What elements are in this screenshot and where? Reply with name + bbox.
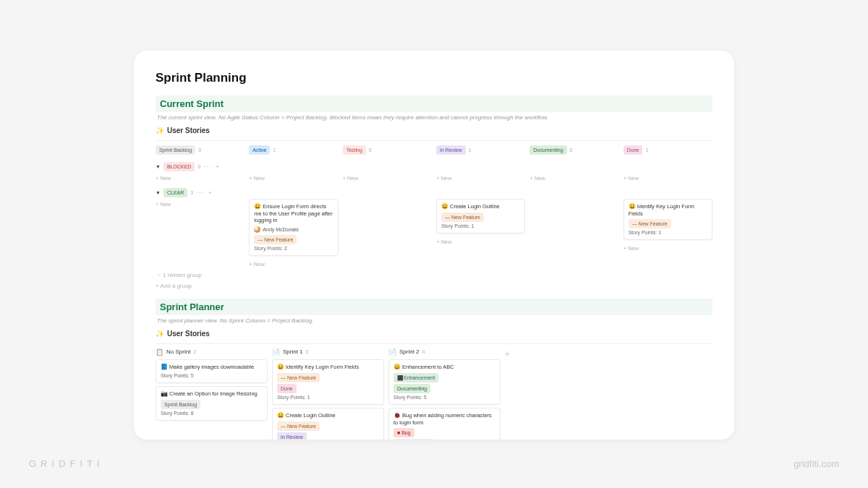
book-icon: 📘: [161, 364, 168, 370]
group-clear-count: 3: [190, 190, 193, 195]
db-title-label: User Stories: [167, 127, 210, 134]
story-points: Story Points: 5: [393, 395, 495, 400]
clipboard-icon: 📋: [156, 348, 163, 356]
group-clear[interactable]: ▼ CLEAR 3 ··· +: [156, 188, 712, 197]
tag-status: Sprint Backlog: [393, 439, 433, 440]
tag-status: In Review: [277, 432, 307, 440]
new-button[interactable]: + New: [156, 199, 244, 210]
story-points: Story Points: 1: [441, 223, 520, 228]
group-controls[interactable]: ··· +: [196, 189, 213, 196]
pcol-sprint-1[interactable]: 📄 Sprint 1 3: [272, 348, 384, 356]
sprint-planner-heading: Sprint Planner: [160, 301, 708, 312]
smile-icon: 😀: [441, 203, 448, 210]
story-points: Story Points: 1: [629, 230, 707, 235]
tag-type: — New Feature: [441, 213, 484, 222]
new-button[interactable]: + New: [249, 173, 338, 184]
card-title-text: Create Login Outline: [450, 203, 500, 210]
col-documenting[interactable]: Documenting0: [529, 145, 618, 155]
group-controls[interactable]: ··· +: [203, 163, 221, 170]
brand-url: gridfiti.com: [793, 458, 839, 469]
story-points: Story Points: 5: [161, 373, 263, 378]
col-active[interactable]: Active1: [249, 145, 338, 155]
col-done[interactable]: Done1: [624, 145, 712, 155]
col-testing[interactable]: Testing0: [343, 145, 432, 155]
card-in-review[interactable]: 😀Create Login Outline — New Feature Stor…: [436, 199, 525, 234]
tag-status: Done: [277, 384, 297, 393]
tag-type: ⬛Enhancement: [393, 373, 438, 382]
smile-icon: 😀: [393, 364, 401, 370]
sparkle-icon: ✨: [156, 127, 164, 134]
section-header-planner: Sprint Planner: [156, 299, 712, 315]
col-sprint-backlog[interactable]: Sprint Backlog0: [156, 145, 244, 155]
card-image-resize[interactable]: 📷Create an Option for Image Resizing Spr…: [156, 386, 268, 421]
chevron-down-icon[interactable]: ▼: [156, 164, 161, 169]
story-points: Story Points: 8: [161, 411, 263, 416]
card-identify-fields[interactable]: 😀Identify Key Login Form Fields — New Fe…: [272, 359, 384, 405]
tag-type: — New Feature: [254, 235, 297, 244]
avatar: [254, 226, 260, 233]
page-icon: 📄: [388, 348, 396, 356]
tag-status: Documenting: [393, 384, 430, 393]
tag-type: — New Feature: [277, 373, 320, 382]
smile-icon: 😀: [277, 412, 284, 419]
card-assignee: Andy McDonald: [254, 226, 333, 233]
group-blocked-count: 0: [197, 164, 200, 169]
new-button[interactable]: + New: [529, 173, 618, 184]
page-title: Sprint Planning: [156, 71, 712, 85]
page-icon: 📄: [272, 348, 280, 356]
card-active[interactable]: 😀Ensure Login Form directs me to the Use…: [249, 199, 338, 256]
smile-icon: 😀: [629, 203, 636, 210]
db-title-current[interactable]: ✨ User Stories: [156, 127, 712, 134]
new-button[interactable]: + New: [436, 173, 525, 184]
smile-icon: 😀: [277, 364, 284, 370]
kanban-columns-header: Sprint Backlog0 Active1 Testing0 In Revi…: [156, 140, 712, 158]
current-sprint-description: The current sprint view. No Agile Status…: [156, 114, 712, 121]
db-title-label: User Stories: [167, 330, 210, 338]
new-button[interactable]: + New: [624, 243, 712, 254]
group-blocked[interactable]: ▼ BLOCKED 0 ··· +: [156, 162, 712, 171]
chevron-down-icon[interactable]: ▼: [156, 190, 161, 195]
group-blocked-tag: BLOCKED: [163, 162, 195, 171]
hidden-group-toggle[interactable]: → 1 hidden group: [156, 270, 712, 281]
pcol-no-sprint[interactable]: 📋 No Sprint 2: [156, 348, 268, 356]
new-button[interactable]: + New: [624, 173, 712, 184]
story-points: Story Points: 1: [277, 395, 379, 400]
smile-icon: 😀: [254, 203, 261, 210]
clear-row: + New 😀Ensure Login Form directs me to t…: [156, 199, 712, 270]
planner-columns: 📋 No Sprint 2 📘Make gallery images downl…: [156, 343, 712, 440]
col-in-review[interactable]: In Review1: [436, 145, 525, 155]
tag-type: — New Feature: [277, 421, 320, 431]
tag-type: — New Feature: [629, 219, 671, 228]
new-button[interactable]: + New: [343, 173, 432, 184]
camera-icon: 📷: [161, 390, 168, 397]
card-enhancement-abc[interactable]: 😀Enhancement to ABC ⬛Enhancement Documen…: [388, 359, 501, 405]
card-title-text: Identify Key Login Form Fields: [629, 203, 694, 217]
add-column-button[interactable]: +: [505, 348, 509, 440]
sparkle-icon: ✨: [156, 330, 164, 338]
group-clear-tag: CLEAR: [163, 188, 187, 197]
section-header-current: Current Sprint: [156, 95, 712, 112]
sprint-planner-description: The sprint planner view. No Sprint Colum…: [156, 317, 712, 324]
card-bug-numeric[interactable]: 🐞Bug when adding numeric characters to l…: [388, 408, 501, 440]
current-sprint-heading: Current Sprint: [160, 98, 708, 109]
pcol-sprint-2[interactable]: 📄 Sprint 2 4: [388, 348, 501, 356]
card-gallery-download[interactable]: 📘Make gallery images downloadable Story …: [156, 359, 268, 383]
new-button[interactable]: + New: [436, 236, 525, 247]
db-title-planner[interactable]: ✨ User Stories: [156, 330, 712, 338]
blocked-row: + New + New + New + New + New + New: [156, 173, 712, 184]
tag-status: Sprint Backlog: [161, 400, 200, 409]
app-window: Sprint Planning Current Sprint The curre…: [134, 51, 734, 440]
card-title-text: Ensure Login Form directs me to the User…: [254, 203, 332, 223]
bug-icon: 🐞: [393, 412, 401, 419]
card-login-outline[interactable]: 😀Create Login Outline — New Feature In R…: [272, 408, 384, 440]
card-done[interactable]: 😀Identify Key Login Form Fields — New Fe…: [624, 199, 712, 240]
new-button[interactable]: + New: [249, 259, 338, 270]
brand-wordmark: GRIDFITI: [29, 458, 104, 469]
tag-type: ■ Bug: [393, 428, 414, 437]
add-group-button[interactable]: + Add a group: [156, 281, 712, 291]
story-points: Story Points: 2: [254, 246, 333, 251]
new-button[interactable]: + New: [156, 173, 244, 184]
